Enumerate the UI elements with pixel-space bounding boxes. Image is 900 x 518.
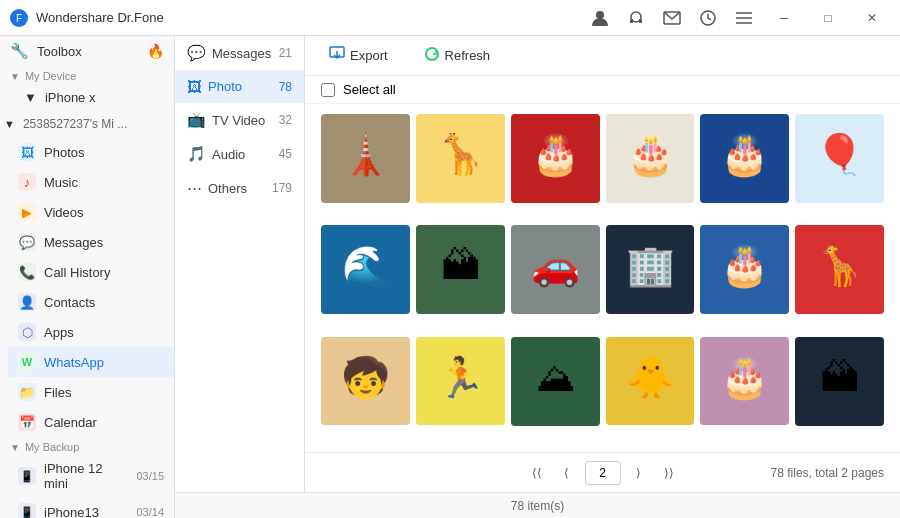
others-count: 179	[272, 181, 292, 195]
call-icon: 📞	[18, 263, 36, 281]
svg-text:🗼: 🗼	[341, 131, 391, 178]
sidebar-mi-device[interactable]: ▼ 2538527237's Mi ...	[0, 111, 174, 137]
maximize-button[interactable]: □	[810, 4, 846, 32]
sidebar-calendar[interactable]: 📅 Calendar	[8, 407, 174, 437]
svg-text:🌊: 🌊	[341, 243, 391, 290]
select-all-checkbox[interactable]	[321, 83, 335, 97]
svg-text:🎈: 🎈	[815, 131, 865, 178]
photo-cell[interactable]: 🐥	[606, 337, 695, 426]
sidebar-whatsapp[interactable]: W WhatsApp	[8, 347, 174, 377]
mail-icon[interactable]	[658, 4, 686, 32]
photos-label: Photos	[44, 145, 84, 160]
tvvideo-media-label: TV Video	[212, 113, 265, 128]
audio-media-icon: 🎵	[187, 145, 206, 163]
photo-cell[interactable]: 🎂	[700, 114, 789, 203]
my-backup-section[interactable]: ▼ My Backup	[0, 437, 174, 455]
sidebar-iphone12mini[interactable]: 📱 iPhone 12 mini 03/15	[8, 455, 174, 497]
page-info: 78 files, total 2 pages	[771, 466, 884, 480]
svg-text:F: F	[16, 13, 22, 24]
iphone13-icon: 📱	[18, 503, 36, 518]
sidebar-iphone-x[interactable]: ▼ iPhone x	[18, 84, 174, 111]
photo-cell[interactable]: 🏃	[416, 337, 505, 426]
photo-cell[interactable]: 🦒	[795, 225, 884, 314]
headset-icon[interactable]	[622, 4, 650, 32]
media-nav-audio[interactable]: 🎵 Audio 45	[175, 137, 304, 171]
select-all-bar: Select all	[305, 76, 900, 104]
media-nav-others[interactable]: ⋯ Others 179	[175, 171, 304, 205]
iphone13-date: 03/14	[136, 506, 164, 518]
photo-cell[interactable]: 🎈	[795, 114, 884, 203]
iphone-x-label: iPhone x	[45, 90, 96, 105]
main-layout: 🔧 Toolbox 🔥 ▼ My Device ▼ iPhone x ▼ 253…	[0, 36, 900, 518]
sidebar-music[interactable]: ♪ Music	[8, 167, 174, 197]
photo-count: 78	[279, 80, 292, 94]
others-media-label: Others	[208, 181, 247, 196]
title-bar-controls: ─ □ ✕	[586, 4, 890, 32]
title-bar: F Wondershare Dr.Fone ─ □ ✕	[0, 0, 900, 36]
mi-device-items: 🖼 Photos ♪ Music ▶ Videos 💬 Messages 📞 C…	[0, 137, 174, 437]
page-number-input[interactable]	[585, 461, 621, 485]
export-label: Export	[350, 48, 388, 63]
menu-icon[interactable]	[730, 4, 758, 32]
sidebar-iphone13[interactable]: 📱 iPhone13 03/14	[8, 497, 174, 518]
photo-cell[interactable]: 🎂	[511, 114, 600, 203]
user-icon[interactable]	[586, 4, 614, 32]
sidebar-call-history[interactable]: 📞 Call History	[8, 257, 174, 287]
first-page-button[interactable]: ⟨⟨	[525, 461, 549, 485]
photo-cell[interactable]: 🎂	[700, 337, 789, 426]
export-button[interactable]: Export	[321, 42, 396, 69]
sidebar-item-toolbox[interactable]: 🔧 Toolbox 🔥	[0, 36, 174, 66]
last-page-button[interactable]: ⟩⟩	[657, 461, 681, 485]
media-nav: 💬 Messages 21 🖼 Photo 78 📺 TV Video	[175, 36, 305, 492]
photo-cell[interactable]: 🦒	[416, 114, 505, 203]
photo-cell[interactable]: 🎂	[606, 114, 695, 203]
media-nav-messages[interactable]: 💬 Messages 21	[175, 36, 304, 70]
my-device-section[interactable]: ▼ My Device	[0, 66, 174, 84]
history-icon[interactable]	[694, 4, 722, 32]
whatsapp-label: WhatsApp	[44, 355, 104, 370]
sidebar-contacts[interactable]: 👤 Contacts	[8, 287, 174, 317]
right-panel: Export Refresh Select all 🗼�	[305, 36, 900, 492]
photo-cell[interactable]: ⛰	[511, 337, 600, 426]
refresh-button[interactable]: Refresh	[416, 42, 499, 69]
iphone-x-item: ▼ iPhone x	[0, 84, 174, 111]
contacts-label: Contacts	[44, 295, 95, 310]
photo-cell[interactable]: 🏔	[795, 337, 884, 426]
svg-text:🏢: 🏢	[625, 243, 675, 290]
media-nav-tvvideo[interactable]: 📺 TV Video 32	[175, 103, 304, 137]
messages-media-icon: 💬	[187, 44, 206, 62]
iphone12mini-date: 03/15	[136, 470, 164, 482]
minimize-button[interactable]: ─	[766, 4, 802, 32]
sidebar-apps[interactable]: ⬡ Apps	[8, 317, 174, 347]
toolbar: Export Refresh	[305, 36, 900, 76]
backup-items: 📱 iPhone 12 mini 03/15 📱 iPhone13 03/14 …	[0, 455, 174, 518]
photo-cell[interactable]: 🎂	[700, 225, 789, 314]
svg-point-2	[596, 11, 604, 19]
contacts-icon: 👤	[18, 293, 36, 311]
sidebar-videos[interactable]: ▶ Videos	[8, 197, 174, 227]
toolbox-icon: 🔧	[10, 42, 29, 60]
photo-cell[interactable]: 🏔	[416, 225, 505, 314]
calendar-icon: 📅	[18, 413, 36, 431]
music-label: Music	[44, 175, 78, 190]
sidebar-messages[interactable]: 💬 Messages	[8, 227, 174, 257]
svg-text:🎂: 🎂	[720, 131, 770, 178]
media-nav-photo[interactable]: 🖼 Photo 78	[175, 70, 304, 103]
photo-cell[interactable]: 🏢	[606, 225, 695, 314]
svg-text:🏔: 🏔	[820, 355, 859, 399]
iphone12mini-label: iPhone 12 mini	[44, 461, 128, 491]
sidebar-photos[interactable]: 🖼 Photos	[8, 137, 174, 167]
photo-cell[interactable]: 🚗	[511, 225, 600, 314]
photo-cell[interactable]: 🧒	[321, 337, 410, 426]
photo-cell[interactable]: 🌊	[321, 225, 410, 314]
prev-page-button[interactable]: ⟨	[555, 461, 579, 485]
photo-cell[interactable]: 🗼	[321, 114, 410, 203]
close-button[interactable]: ✕	[854, 4, 890, 32]
files-icon: 📁	[18, 383, 36, 401]
whatsapp-icon: W	[18, 353, 36, 371]
svg-text:🦒: 🦒	[436, 131, 486, 178]
next-page-button[interactable]: ⟩	[627, 461, 651, 485]
mi-expand-icon: ▼	[4, 118, 15, 130]
svg-text:🎂: 🎂	[625, 131, 675, 178]
sidebar-files[interactable]: 📁 Files	[8, 377, 174, 407]
